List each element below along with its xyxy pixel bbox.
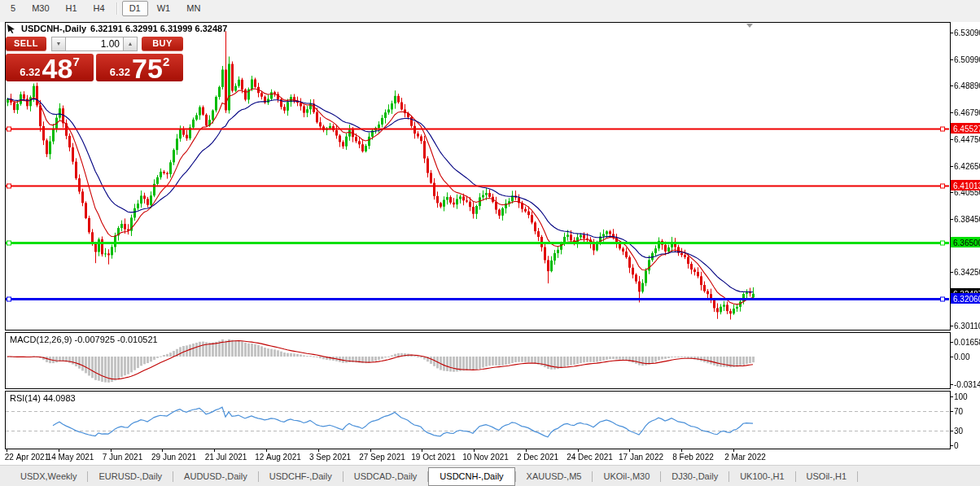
chart-tab-bar: USDX,WeeklyEURUSD-,DailyAUDUSD-,DailyUSD… — [0, 465, 980, 486]
chart-ohlc-values: 6.32191 6.32991 6.31999 6.32487 — [90, 24, 227, 33]
chart-tab-dj30[interactable]: DJ30-,Daily — [661, 467, 728, 485]
mt4-window: 5M30H1H4D1W1MN USDCNH-,Daily 6.32191 6.3… — [0, 0, 980, 486]
chart-title: USDCNH-,Daily — [21, 24, 86, 33]
tab-separator — [857, 471, 858, 482]
timeframe-button-m30[interactable]: M30 — [24, 1, 56, 16]
buy-price-big: 75 — [132, 56, 163, 81]
chart-tab-usoil[interactable]: USOil-,H1 — [796, 467, 858, 485]
timeframe-button-d1[interactable]: D1 — [122, 1, 148, 16]
sell-price-big: 48 — [42, 56, 73, 81]
trade-panel-price-row: 6.32 48 7 6.32 75 2 — [6, 54, 183, 81]
rsi-indicator-label: RSI(14) 44.0983 — [10, 393, 76, 403]
buy-price-main: 6.32 — [110, 66, 130, 78]
volume-increase-button[interactable]: ▲ — [123, 37, 138, 51]
timeframe-button-h4[interactable]: H4 — [86, 1, 112, 16]
timeframe-toolbar: 5M30H1H4D1W1MN — [0, 0, 980, 18]
sell-price-button[interactable]: 6.32 48 7 — [6, 54, 94, 81]
sell-button[interactable]: SELL — [6, 37, 46, 51]
toolbar-separator — [116, 2, 118, 15]
chart-tab-usdcad[interactable]: USDCAD-,Daily — [343, 467, 428, 485]
timeframe-button-w1[interactable]: W1 — [150, 1, 178, 16]
one-click-trade-panel: SELL ▼ ▲ BUY 6.32 48 7 6.32 75 2 — [6, 37, 183, 81]
buy-price-button[interactable]: 6.32 75 2 — [96, 54, 183, 81]
chart-tab-usdcnh[interactable]: USDCNH-,Daily — [428, 467, 514, 486]
sell-price-sup: 7 — [72, 55, 79, 68]
volume-spinner: ▼ ▲ — [51, 37, 138, 51]
timeframe-button-h1[interactable]: H1 — [59, 1, 85, 16]
timeframe-button-5[interactable]: 5 — [3, 1, 23, 16]
volume-input[interactable] — [66, 37, 123, 51]
volume-decrease-button[interactable]: ▼ — [51, 37, 66, 51]
buy-price-sup: 2 — [163, 55, 169, 68]
trade-panel-top-row: SELL ▼ ▲ BUY — [6, 37, 183, 51]
chart-tab-ukoil[interactable]: UKOil-,M30 — [593, 467, 660, 485]
chart-tab-usdx[interactable]: USDX,Weekly — [10, 467, 87, 485]
chart-tab-usdchf[interactable]: USDCHF-,Daily — [259, 467, 343, 485]
chart-tab-audusd[interactable]: AUDUSD-,Daily — [173, 467, 258, 485]
chart-header: USDCNH-,Daily 6.32191 6.32991 6.31999 6.… — [7, 24, 227, 33]
chart-tab-xauusd[interactable]: XAUUSD-,M5 — [516, 467, 593, 485]
chart-cursor-icon — [7, 24, 17, 33]
chart-tab-uk100[interactable]: UK100-,H1 — [729, 467, 794, 485]
macd-indicator-label: MACD(12,26,9) -0.007925 -0.010521 — [10, 335, 158, 344]
timeframe-button-mn[interactable]: MN — [179, 1, 208, 16]
sell-price-main: 6.32 — [20, 66, 40, 78]
buy-button[interactable]: BUY — [142, 37, 183, 51]
chart-tab-eurusd[interactable]: EURUSD-,Daily — [88, 467, 173, 485]
